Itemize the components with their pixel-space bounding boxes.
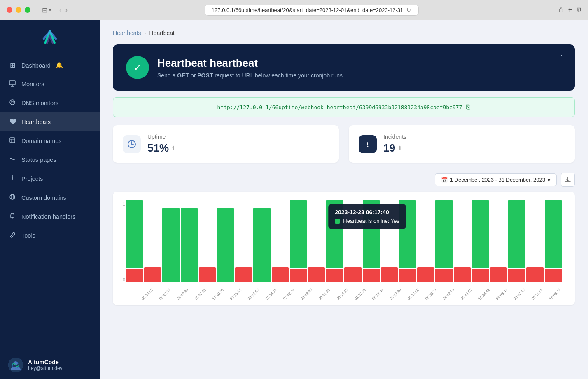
minimize-button[interactable] bbox=[16, 7, 21, 13]
bar-col[interactable] bbox=[181, 200, 198, 282]
sidebar-item-domain-names[interactable]: Domain names bbox=[0, 131, 100, 150]
new-tab-icon[interactable]: + bbox=[568, 6, 572, 14]
uptime-info-icon[interactable]: ℹ bbox=[172, 145, 174, 152]
sidebar-item-status-pages[interactable]: Status pages bbox=[0, 150, 100, 169]
uptime-icon-wrap bbox=[123, 135, 141, 153]
maximize-button[interactable] bbox=[25, 7, 30, 13]
uptime-card: Uptime 51% ℹ bbox=[113, 125, 339, 163]
copy-icon[interactable]: ⎘ bbox=[466, 103, 470, 111]
url-bar[interactable]: 127.0.0.1/66uptime/heartbeat/20&start_da… bbox=[205, 5, 419, 16]
sidebar-item-label: Dashboard bbox=[21, 62, 51, 69]
dns-icon bbox=[8, 99, 16, 107]
bar-red bbox=[144, 267, 161, 282]
bar-col[interactable] bbox=[144, 200, 161, 282]
sidebar-navigation: ⊞ Dashboard 🔔 Monitors DNS monitors bbox=[0, 54, 100, 351]
bar-green bbox=[399, 200, 416, 268]
date-range-button[interactable]: 📅 1 December, 2023 - 31 December, 2023 ▾ bbox=[435, 173, 557, 186]
download-button[interactable] bbox=[561, 173, 575, 187]
sidebar-item-label: Custom domains bbox=[21, 194, 66, 201]
incidents-value: 19 ℹ bbox=[383, 142, 406, 154]
hero-text: Heartbeat heartbeat Send a GET or POST r… bbox=[157, 57, 344, 79]
hero-title: Heartbeat heartbeat bbox=[157, 57, 344, 70]
tools-icon bbox=[8, 232, 16, 240]
sidebar-item-projects[interactable]: Projects bbox=[0, 169, 100, 188]
share-icon[interactable]: ⎙ bbox=[559, 6, 563, 14]
calendar-icon: 📅 bbox=[441, 177, 448, 183]
bar-col[interactable] bbox=[399, 200, 416, 282]
sidebar-item-label: Monitors bbox=[21, 81, 44, 87]
sidebar-item-notification-handlers[interactable]: Notification handlers bbox=[0, 207, 100, 226]
user-name: AltumCode bbox=[28, 359, 63, 365]
close-button[interactable] bbox=[7, 7, 12, 13]
sidebar-item-monitors[interactable]: Monitors bbox=[0, 75, 100, 94]
bar-green bbox=[126, 200, 143, 268]
bar-col[interactable] bbox=[235, 200, 252, 282]
chart-container: 1 0 2023-12-23 06:17:40 Heartbeat is onl… bbox=[113, 192, 575, 305]
bar-col[interactable] bbox=[526, 200, 543, 282]
breadcrumb-parent[interactable]: Heartbeats bbox=[113, 30, 141, 36]
svg-point-14 bbox=[11, 194, 14, 199]
sidebar-toggle[interactable]: ⊟▾ bbox=[42, 6, 51, 14]
reload-icon[interactable]: ↻ bbox=[406, 7, 411, 13]
svg-point-13 bbox=[10, 194, 15, 199]
bar-col[interactable] bbox=[472, 200, 489, 282]
notification-icon bbox=[8, 213, 16, 221]
window-icon[interactable]: ⧉ bbox=[577, 6, 581, 14]
sidebar-item-label: DNS monitors bbox=[21, 100, 58, 106]
chart-header: 📅 1 December, 2023 - 31 December, 2023 ▾ bbox=[113, 173, 575, 187]
app-body: ⊞ Dashboard 🔔 Monitors DNS monitors bbox=[0, 20, 588, 379]
bar-col[interactable] bbox=[508, 200, 525, 282]
user-email: hey@altum.dev bbox=[28, 365, 63, 371]
incidents-card: Incidents 19 ℹ bbox=[349, 125, 575, 163]
bar-col[interactable] bbox=[162, 200, 179, 282]
bar-col[interactable] bbox=[435, 200, 452, 282]
bar-col[interactable] bbox=[363, 200, 380, 282]
bar-col[interactable] bbox=[290, 200, 307, 282]
bar-col[interactable] bbox=[490, 200, 507, 282]
bar-col[interactable] bbox=[381, 200, 398, 282]
bar-red bbox=[363, 269, 380, 282]
status-pages-icon bbox=[8, 156, 16, 164]
bar-col[interactable] bbox=[326, 200, 343, 282]
sidebar-item-tools[interactable]: Tools bbox=[0, 226, 100, 245]
bar-col[interactable] bbox=[253, 200, 270, 282]
back-button[interactable]: ‹ bbox=[59, 6, 62, 14]
sidebar-item-dns-monitors[interactable]: DNS monitors bbox=[0, 94, 100, 112]
projects-icon bbox=[8, 175, 16, 183]
bar-red bbox=[399, 269, 416, 282]
bar-red bbox=[290, 269, 307, 282]
bar-col[interactable] bbox=[217, 200, 234, 282]
bar-red bbox=[381, 267, 398, 282]
bar-chart: 1 0 2023-12-23 06:17:40 Heartbeat is onl… bbox=[123, 200, 565, 299]
bar-green bbox=[326, 200, 343, 268]
sidebar-item-label: Domain names bbox=[21, 138, 62, 144]
stats-row: Uptime 51% ℹ Incidents bbox=[113, 125, 575, 163]
user-profile[interactable]: AltumCode hey@altum.dev bbox=[0, 351, 100, 379]
sidebar-item-custom-domains[interactable]: Custom domains bbox=[0, 188, 100, 207]
bar-green bbox=[217, 208, 234, 282]
incidents-info-icon[interactable]: ℹ bbox=[399, 145, 401, 152]
webhook-url[interactable]: http://127.0.0.1/66uptime/webhook-heartb… bbox=[217, 104, 462, 110]
more-options-icon[interactable]: ⋮ bbox=[558, 53, 567, 63]
incidents-icon-wrap bbox=[359, 135, 377, 153]
bar-red bbox=[199, 267, 216, 282]
bar-red bbox=[545, 269, 562, 282]
bar-col[interactable] bbox=[344, 200, 361, 282]
sidebar-item-heartbeats[interactable]: Heartbeats bbox=[0, 112, 100, 131]
bar-red bbox=[472, 269, 489, 282]
custom-domains-icon bbox=[8, 194, 16, 202]
sidebar-item-dashboard[interactable]: ⊞ Dashboard 🔔 bbox=[0, 56, 100, 75]
bar-col[interactable] bbox=[272, 200, 289, 282]
url-bar-container: 127.0.0.1/66uptime/heartbeat/20&start_da… bbox=[72, 5, 551, 16]
bar-col[interactable] bbox=[545, 200, 562, 282]
bell-icon[interactable]: 🔔 bbox=[56, 62, 63, 69]
forward-button[interactable]: › bbox=[65, 6, 68, 14]
bar-col[interactable] bbox=[454, 200, 471, 282]
bar-col[interactable] bbox=[126, 200, 143, 282]
date-range-text: 1 December, 2023 - 31 December, 2023 bbox=[450, 177, 545, 183]
bar-green bbox=[545, 200, 562, 268]
traffic-lights bbox=[7, 7, 30, 13]
bar-col[interactable] bbox=[308, 200, 325, 282]
bar-col[interactable] bbox=[199, 200, 216, 282]
bar-col[interactable] bbox=[417, 200, 434, 282]
